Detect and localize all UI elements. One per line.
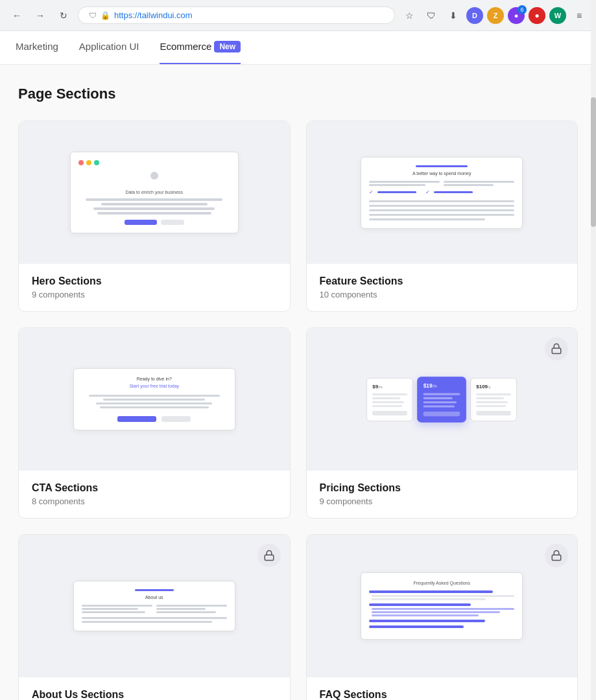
pricing-plan-featured: $19/m xyxy=(417,377,466,422)
hero-buttons xyxy=(78,220,230,225)
faq-item-4 xyxy=(369,625,514,628)
main-content: Page Sections Data to enrich your busine… xyxy=(0,65,596,700)
svg-rect-2 xyxy=(552,348,561,353)
cta-btn-filled xyxy=(117,416,156,422)
page-title: Page Sections xyxy=(18,86,578,102)
security-icon: 🛡 xyxy=(89,11,97,20)
card-cta-info: CTA Sections 8 components xyxy=(19,471,290,518)
cta-mockup: Ready to dive in? Start your free trial … xyxy=(73,368,235,430)
avatar-icon: ● xyxy=(529,7,545,24)
card-about-info: About Us Sections xyxy=(19,677,290,700)
hero-title-text: Data to enrich your business xyxy=(78,190,230,194)
card-about-title: About Us Sections xyxy=(32,689,277,700)
svg-rect-3 xyxy=(265,555,274,560)
hero-line-2 xyxy=(101,203,208,205)
hero-mockup: Data to enrich your business xyxy=(70,152,239,233)
cta-subheading: Start your free trial today xyxy=(82,384,227,388)
lock-badge-faq xyxy=(545,544,568,567)
new-badge: New xyxy=(214,41,241,52)
card-faq-info: FAQ Sections xyxy=(307,677,578,700)
card-hero-title: Hero Sections xyxy=(32,275,277,287)
notification-badge: 6 xyxy=(518,5,527,14)
card-grid: Data to enrich your business Hero Sectio… xyxy=(18,121,578,700)
cta-buttons xyxy=(82,416,227,422)
pricing-mockup: $9/m $19/m xyxy=(357,378,526,421)
scrollbar-track[interactable] xyxy=(591,0,596,700)
card-pricing-info: Pricing Sections 9 components xyxy=(307,471,578,518)
pricing-plan-1: $9/m xyxy=(366,378,413,421)
card-faq-preview: Frequently Asked Questions xyxy=(307,535,578,677)
hero-dots xyxy=(78,160,230,165)
hero-circle xyxy=(150,172,158,180)
card-feature-title: Feature Sections xyxy=(320,275,565,287)
about-title-text: About us xyxy=(82,595,227,600)
card-feature-preview: A better way to spend money ✓ xyxy=(307,121,578,264)
feature-mockup: A better way to spend money ✓ xyxy=(361,157,523,229)
url-text: https://tailwindui.com xyxy=(114,10,193,20)
url-bar[interactable]: 🛡 🔒 https://tailwindui.com xyxy=(78,6,395,24)
dot-yellow xyxy=(86,160,91,165)
card-cta-preview: Ready to dive in? Start your free trial … xyxy=(19,328,290,471)
card-feature-info: Feature Sections 10 components xyxy=(307,264,578,311)
tab-application-ui[interactable]: Application UI xyxy=(79,31,139,64)
card-pricing-preview: $9/m $19/m xyxy=(307,328,578,471)
card-about[interactable]: About us xyxy=(18,534,291,700)
url-domain: tailwindui.com xyxy=(139,10,193,20)
card-pricing[interactable]: $9/m $19/m xyxy=(306,327,578,519)
card-cta-components: 8 components xyxy=(32,496,277,506)
url-prefix: https:// xyxy=(114,10,139,20)
refresh-button[interactable]: ↻ xyxy=(54,6,73,25)
forward-button[interactable]: → xyxy=(31,6,49,25)
tab-marketing[interactable]: hero Marketing xyxy=(16,31,58,64)
back-button[interactable]: ← xyxy=(8,6,26,25)
svg-text:●: ● xyxy=(534,11,539,20)
faq-item-2 xyxy=(369,603,514,616)
pricing-plan-3: $109/y xyxy=(470,378,517,421)
avatar-z[interactable]: Z xyxy=(487,7,504,24)
lock-badge-about xyxy=(257,544,281,567)
card-cta-title: CTA Sections xyxy=(32,482,277,494)
lock-icon-pricing xyxy=(551,343,562,355)
card-hero-info: Hero Sections 9 components xyxy=(19,264,290,311)
avatar-w[interactable]: W xyxy=(549,7,566,24)
tab-ecommerce[interactable]: Ecommerce New xyxy=(160,31,241,64)
lock-icon-faq xyxy=(551,550,562,561)
lock-icon-about xyxy=(263,550,275,561)
hero-line-3 xyxy=(93,207,215,210)
cta-heading: Ready to dive in? xyxy=(82,377,227,381)
hero-btn-outline xyxy=(161,220,184,225)
star-button[interactable]: ☆ xyxy=(400,6,418,25)
about-mockup: About us xyxy=(73,581,235,631)
card-hero[interactable]: Data to enrich your business Hero Sectio… xyxy=(18,121,291,312)
card-cta[interactable]: Ready to dive in? Start your free trial … xyxy=(18,327,291,519)
download-button[interactable]: ⬇ xyxy=(444,6,462,25)
svg-rect-4 xyxy=(552,555,561,560)
shield-button[interactable]: 🛡 xyxy=(422,6,440,25)
card-hero-components: 9 components xyxy=(32,290,277,299)
card-feature[interactable]: A better way to spend money ✓ xyxy=(306,121,578,312)
card-feature-components: 10 components xyxy=(320,290,565,299)
scrollbar-thumb[interactable] xyxy=(591,97,596,227)
menu-button[interactable]: ≡ xyxy=(570,6,588,25)
avatar-badge-wrapper: ● 6 xyxy=(508,7,525,24)
card-about-preview: About us xyxy=(19,535,290,677)
avatar-img[interactable]: ● xyxy=(529,7,545,24)
dot-red xyxy=(78,160,84,165)
card-faq-title: FAQ Sections xyxy=(320,689,565,700)
hero-line-4 xyxy=(97,212,211,215)
dot-green xyxy=(94,160,99,165)
hero-line-1 xyxy=(86,198,222,201)
feature-title-text: A better way to spend money xyxy=(369,171,514,176)
faq-item-3 xyxy=(369,620,514,622)
avatar-d[interactable]: D xyxy=(466,7,483,24)
card-pricing-title: Pricing Sections xyxy=(320,482,565,494)
hero-btn-filled xyxy=(125,220,157,225)
lock-badge-pricing xyxy=(545,337,568,360)
browser-bar: ← → ↻ 🛡 🔒 https://tailwindui.com ☆ 🛡 ⬇ D… xyxy=(0,0,596,31)
about-accent-line xyxy=(135,589,174,591)
browser-icons: ☆ 🛡 ⬇ D Z ● 6 ● W ≡ xyxy=(400,6,588,25)
faq-title-text: Frequently Asked Questions xyxy=(369,581,514,585)
nav-tabs: hero Marketing Application UI Ecommerce … xyxy=(0,31,596,65)
card-faq[interactable]: Frequently Asked Questions xyxy=(306,534,578,700)
card-hero-preview: Data to enrich your business xyxy=(19,121,290,264)
